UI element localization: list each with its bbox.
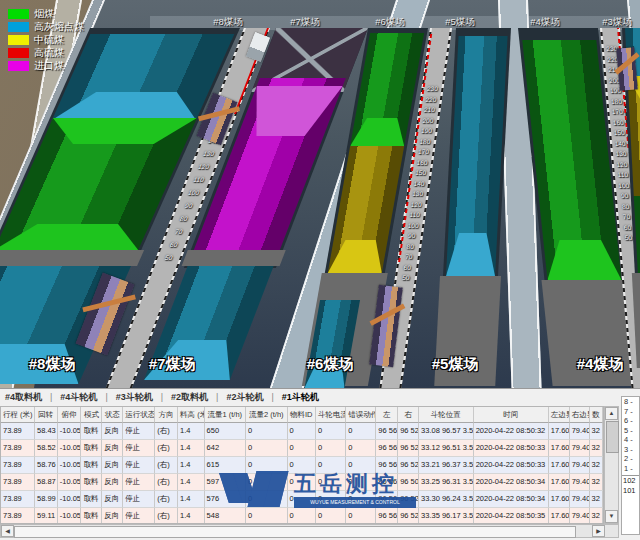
- table-row[interactable]: 73.89 58.87 -10.05 取料 反向 停止 (右) 1.4 597 …: [1, 474, 603, 491]
- track-scale-number: 50: [163, 251, 175, 264]
- track-scale-number: 110: [191, 173, 206, 186]
- side-panel-item[interactable]: 6 -: [622, 416, 639, 426]
- track-scale-number: 140: [413, 179, 425, 190]
- track-scale-number: 120: [196, 160, 212, 173]
- track-scale-number: 120: [410, 200, 422, 211]
- yard-label: #6煤场: [307, 355, 354, 374]
- table-header-cell[interactable]: 斗轮电流: [316, 407, 346, 423]
- track-scale-number: 80: [622, 202, 630, 213]
- table-row[interactable]: 73.89 59.11 -10.05 取料 反向 停止 (右) 1.4 548 …: [1, 508, 603, 524]
- table-row[interactable]: 73.89 58.76 -10.05 取料 反向 停止 (右) 1.4 615 …: [1, 457, 603, 474]
- side-panel-item[interactable]: 4 -: [622, 435, 639, 445]
- track-scale-number: 180: [419, 137, 431, 148]
- side-panel-value: 102: [622, 476, 639, 486]
- track-scale-number: 200: [422, 116, 434, 127]
- track-scale-number: 80: [178, 212, 190, 225]
- table-header-cell[interactable]: 时间: [474, 407, 549, 423]
- side-panel-item[interactable]: 3 -: [622, 445, 639, 455]
- track-scale-number: 70: [173, 225, 185, 238]
- table-header-cell[interactable]: 状态: [102, 407, 123, 423]
- side-panel-item[interactable]: 2 -: [622, 454, 639, 464]
- machine-tab-bar: #4取料机#4斗轮机#3斗轮机#2取料机#2斗轮机#1斗轮机: [0, 389, 640, 406]
- table-row[interactable]: 73.89 58.52 -10.05 取料 反向 停止 (右) 1.4 642 …: [1, 440, 603, 457]
- machine-tab[interactable]: #4取料机: [3, 391, 58, 404]
- table-header-cell[interactable]: 斗轮位置: [419, 407, 474, 423]
- side-panel-list: 8 -7 -6 -5 -4 -3 -2 -1 -: [622, 397, 639, 473]
- legend-label: 中硫煤: [34, 33, 64, 47]
- table-header-cell[interactable]: 物料ID: [288, 407, 316, 423]
- table-header-row: 行程 (米)回转俯仰模式状态运行状态方向料高 (米)流量1 (t/h)流量2 (…: [1, 407, 603, 423]
- table-row[interactable]: 73.89 58.43 -10.05 取料 反向 停止 (右) 1.4 650 …: [1, 423, 603, 440]
- track-scale-number: 50: [401, 273, 410, 284]
- coal-pile-green: [350, 33, 424, 146]
- table-header-cell[interactable]: 方向: [155, 407, 178, 423]
- side-panel-item[interactable]: 7 -: [622, 407, 639, 417]
- scroll-down-arrow-icon[interactable]: ▼: [605, 510, 618, 523]
- table-header-cell[interactable]: 流量1 (t/h): [205, 407, 246, 423]
- stacker-reclaimer-icon[interactable]: [616, 47, 638, 90]
- machine-tab[interactable]: #3斗轮机: [114, 391, 169, 404]
- side-panel-item[interactable]: 5 -: [622, 426, 639, 436]
- vertical-scroll-thumb[interactable]: [606, 421, 619, 453]
- table-header-cell[interactable]: 模式: [81, 407, 102, 423]
- scroll-left-arrow-icon[interactable]: ◀: [1, 525, 14, 537]
- legend-color-swatch: [8, 22, 29, 32]
- table-header-cell[interactable]: 右: [398, 407, 419, 423]
- table-header-cell[interactable]: 行程 (米): [1, 407, 35, 423]
- side-panel-values: 102101: [622, 475, 639, 496]
- machine-data-panel: #4取料机#4斗轮机#3斗轮机#2取料机#2斗轮机#1斗轮机 行程 (米)回转俯…: [0, 388, 640, 540]
- table-vertical-scrollbar[interactable]: ▲ ▼: [604, 406, 619, 524]
- machine-tab[interactable]: #1斗轮机: [280, 391, 321, 404]
- table-header-cell[interactable]: 俯仰: [58, 407, 82, 423]
- legend-label: 高灰熔点煤: [34, 20, 84, 34]
- table-header-cell[interactable]: 数: [590, 407, 603, 423]
- track-scale-number: 100: [186, 186, 202, 199]
- legend-label: 烟煤: [34, 7, 54, 21]
- track-scale-number: 180: [611, 97, 623, 108]
- table-header-cell[interactable]: 左边界: [549, 407, 570, 423]
- track-scale-number: 100: [407, 221, 419, 232]
- yard-3d-viewport[interactable]: 1601501401301201101009080706050: [0, 0, 640, 388]
- legend-label: 高硫煤: [34, 46, 64, 60]
- table-header-cell[interactable]: 左: [376, 407, 398, 423]
- track-scale-number: 60: [623, 223, 631, 234]
- table-header-cell[interactable]: 料高 (米): [178, 407, 205, 423]
- track-scale-number: 90: [183, 199, 195, 212]
- track-scale-number: 160: [612, 118, 624, 129]
- track-scale-number: 120: [616, 160, 628, 171]
- scroll-right-arrow-icon[interactable]: ▶: [592, 525, 605, 537]
- side-panel-item[interactable]: 8 -: [622, 397, 639, 407]
- table-horizontal-scrollbar[interactable]: ◀ ▶: [0, 524, 619, 538]
- track-scale-number: 50: [624, 233, 632, 244]
- legend-color-swatch: [8, 61, 29, 71]
- table-header-cell[interactable]: 运行状态: [123, 407, 155, 423]
- track-scale-number: 130: [411, 189, 423, 200]
- track-scale-number: 140: [614, 139, 626, 150]
- yard-ground-pad: [0, 250, 144, 266]
- track-scale-number: 170: [611, 107, 623, 118]
- table-header-cell[interactable]: 回转: [35, 407, 58, 423]
- coal-type-legend: 烟煤 高灰熔点煤 中硫煤 高硫煤: [8, 7, 84, 72]
- table-row[interactable]: 73.89 58.99 -10.05 取料 反向 停止 (右) 1.4 576 …: [1, 491, 603, 508]
- track-scale-number: 70: [622, 212, 630, 223]
- yard-label: #8煤场: [213, 16, 243, 29]
- right-side-list-panel: 8 -7 -6 -5 -4 -3 -2 -1 - 102101: [621, 396, 640, 535]
- legend-color-swatch: [8, 48, 29, 58]
- horizontal-scroll-thumb[interactable]: [14, 526, 576, 538]
- coal-pile-yellow: [328, 146, 404, 273]
- legend-color-swatch: [8, 35, 29, 45]
- track-scale-number: 170: [417, 147, 429, 158]
- table-header-cell[interactable]: 右边界: [570, 407, 590, 423]
- table-header-cell[interactable]: 错误动作: [346, 407, 376, 423]
- track-scale-number: 210: [423, 105, 435, 116]
- telemetry-table[interactable]: 行程 (米)回转俯仰模式状态运行状态方向料高 (米)流量1 (t/h)流量2 (…: [0, 406, 604, 524]
- yard-label: #4煤场: [577, 355, 624, 374]
- table-header-cell[interactable]: 流量2 (t/h): [246, 407, 287, 423]
- machine-tab[interactable]: #4斗轮机: [58, 391, 113, 404]
- side-panel-item[interactable]: 1 -: [622, 464, 639, 474]
- machine-tab[interactable]: #2斗轮机: [224, 391, 279, 404]
- machine-tab[interactable]: #2取料机: [169, 391, 224, 404]
- legend-label: 进口煤: [34, 59, 64, 73]
- scroll-up-arrow-icon[interactable]: ▲: [605, 407, 618, 420]
- yard-5-strip[interactable]: [437, 28, 511, 388]
